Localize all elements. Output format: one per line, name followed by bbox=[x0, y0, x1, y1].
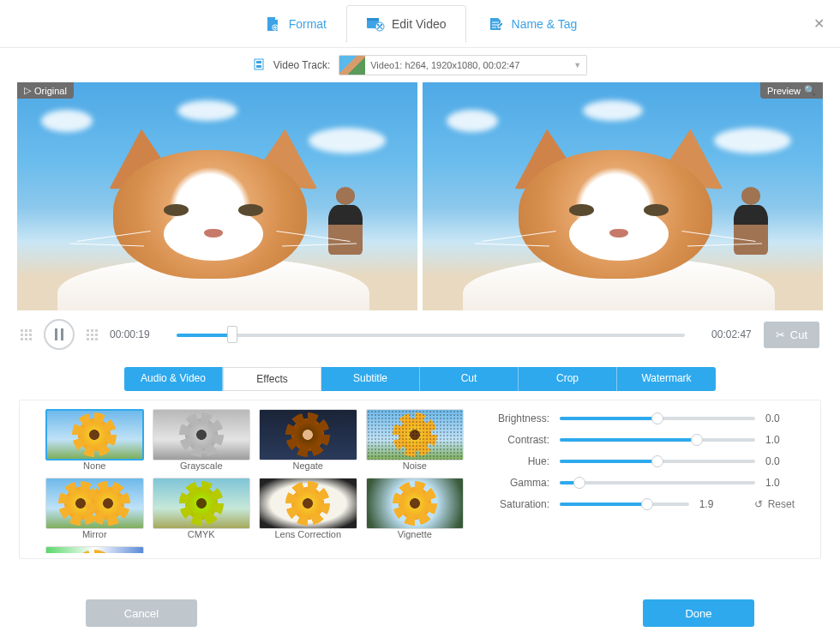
effect-label: CMYK bbox=[153, 529, 251, 539]
svg-rect-8 bbox=[256, 65, 261, 68]
playback-bar: 00:00:19 00:02:47 ✂ Cut bbox=[0, 310, 840, 362]
effect-extra-row[interactable] bbox=[45, 546, 144, 553]
effect-label: Mirror bbox=[45, 529, 144, 539]
preview-badge: Preview 🔍 bbox=[760, 82, 823, 99]
subtab-crop[interactable]: Crop bbox=[519, 367, 617, 391]
effect-label: Noise bbox=[366, 460, 465, 471]
preview-pane bbox=[423, 82, 823, 310]
effects-grid-scroll[interactable]: None Grayscale Negate Noise Mirror CMYK bbox=[45, 409, 469, 553]
format-icon bbox=[263, 15, 282, 33]
edit-subtabs: Audio & Video Effects Subtitle Cut Crop … bbox=[0, 367, 840, 391]
reset-label: Reset bbox=[768, 498, 795, 510]
grip-right-icon[interactable] bbox=[87, 329, 98, 340]
video-track-value: Video1: h264, 1920x1080, 00:02:47 bbox=[370, 60, 519, 70]
slider-label: Hue: bbox=[484, 455, 549, 467]
effects-panel: None Grayscale Negate Noise Mirror CMYK bbox=[19, 400, 821, 559]
effect-vignette[interactable]: Vignette bbox=[366, 478, 465, 539]
slider-contrast: Contrast: 1.0 bbox=[484, 434, 795, 446]
video-track-label: Video Track: bbox=[273, 59, 330, 71]
effect-label: Lens Correction bbox=[259, 529, 357, 539]
subtab-subtitle[interactable]: Subtitle bbox=[321, 367, 420, 391]
reset-icon: ↺ bbox=[754, 498, 763, 510]
total-time: 00:02:47 bbox=[697, 328, 752, 340]
subtab-audio-video[interactable]: Audio & Video bbox=[124, 367, 223, 391]
cut-label: Cut bbox=[790, 328, 807, 341]
slider-label: Brightness: bbox=[484, 412, 549, 424]
slider-value: 1.9 bbox=[699, 498, 729, 510]
timeline-scrubber[interactable] bbox=[177, 327, 685, 342]
preview-label: Preview bbox=[767, 86, 801, 96]
brightness-slider[interactable] bbox=[560, 417, 755, 420]
effect-cmyk[interactable]: CMYK bbox=[153, 478, 251, 539]
tab-format[interactable]: Format bbox=[243, 5, 346, 43]
slider-label: Contrast: bbox=[484, 434, 549, 446]
subtab-watermark[interactable]: Watermark bbox=[617, 367, 716, 391]
svg-point-5 bbox=[381, 24, 382, 26]
saturation-slider[interactable] bbox=[560, 503, 689, 506]
effect-label: Grayscale bbox=[153, 460, 251, 471]
gamma-slider[interactable] bbox=[560, 481, 755, 485]
effect-mirror[interactable]: Mirror bbox=[45, 478, 144, 539]
slider-value: 0.0 bbox=[765, 412, 795, 424]
svg-rect-6 bbox=[255, 59, 263, 69]
chevron-down-icon: ▼ bbox=[573, 61, 581, 69]
svg-rect-7 bbox=[256, 61, 261, 63]
video-track-row: Video Track: Video1: h264, 1920x1080, 00… bbox=[0, 48, 840, 82]
hue-slider[interactable] bbox=[560, 460, 755, 463]
adjustment-sliders: Brightness: 0.0 Contrast: 1.0 Hue: 0.0 G… bbox=[484, 409, 795, 553]
tab-edit-video-label: Edit Video bbox=[392, 17, 447, 31]
tab-name-tag-label: Name & Tag bbox=[512, 17, 578, 31]
slider-brightness: Brightness: 0.0 bbox=[484, 412, 795, 424]
slider-label: Saturation: bbox=[484, 498, 549, 510]
effect-label: Negate bbox=[259, 460, 357, 471]
slider-value: 1.0 bbox=[765, 477, 795, 489]
edit-video-icon bbox=[366, 15, 385, 33]
slider-hue: Hue: 0.0 bbox=[484, 455, 795, 467]
effect-negate[interactable]: Negate bbox=[259, 409, 357, 471]
footer-buttons: Cancel Done bbox=[0, 599, 840, 627]
top-tab-bar: Format Edit Video Name & Tag ✕ bbox=[0, 0, 840, 48]
slider-value: 1.0 bbox=[765, 434, 795, 446]
film-icon bbox=[253, 58, 265, 73]
svg-point-4 bbox=[377, 24, 379, 26]
subtab-cut[interactable]: Cut bbox=[420, 367, 519, 391]
original-badge: ▷ Original bbox=[17, 82, 74, 99]
cut-button[interactable]: ✂ Cut bbox=[764, 322, 819, 348]
track-thumbnail bbox=[339, 56, 365, 75]
subtab-effects[interactable]: Effects bbox=[223, 367, 321, 391]
scissors-icon: ✂ bbox=[776, 328, 785, 341]
slider-value: 0.0 bbox=[765, 455, 795, 467]
slider-label: Gamma: bbox=[484, 477, 549, 489]
svg-rect-2 bbox=[367, 18, 379, 21]
original-pane bbox=[17, 82, 417, 310]
tab-name-tag[interactable]: Name & Tag bbox=[466, 5, 597, 43]
effect-label: Vignette bbox=[366, 529, 465, 539]
grip-left-icon[interactable] bbox=[21, 329, 32, 340]
preview-area: ▷ Original Preview 🔍 bbox=[0, 82, 840, 310]
contrast-slider[interactable] bbox=[560, 438, 755, 442]
slider-saturation: Saturation: 1.9 ↺ Reset bbox=[484, 498, 795, 510]
play-triangle-icon: ▷ bbox=[24, 85, 31, 96]
effect-noise[interactable]: Noise bbox=[366, 409, 465, 471]
reset-button[interactable]: ↺ Reset bbox=[754, 498, 795, 510]
video-track-select[interactable]: Video1: h264, 1920x1080, 00:02:47 ▼ bbox=[339, 55, 587, 75]
effect-label: None bbox=[45, 460, 144, 471]
current-time: 00:00:19 bbox=[110, 328, 165, 340]
effect-grayscale[interactable]: Grayscale bbox=[153, 409, 251, 471]
tab-edit-video[interactable]: Edit Video bbox=[346, 5, 466, 43]
tab-format-label: Format bbox=[289, 17, 327, 31]
original-label: Original bbox=[34, 86, 67, 96]
name-tag-icon bbox=[486, 15, 505, 33]
slider-gamma: Gamma: 1.0 bbox=[484, 477, 795, 489]
pause-button[interactable] bbox=[44, 319, 75, 350]
done-button[interactable]: Done bbox=[643, 599, 754, 627]
effect-lens-correction[interactable]: Lens Correction bbox=[259, 478, 357, 539]
cancel-button[interactable]: Cancel bbox=[86, 599, 197, 627]
effect-none[interactable]: None bbox=[45, 409, 144, 471]
magnifier-icon: 🔍 bbox=[804, 85, 816, 96]
close-icon[interactable]: ✕ bbox=[813, 15, 825, 32]
